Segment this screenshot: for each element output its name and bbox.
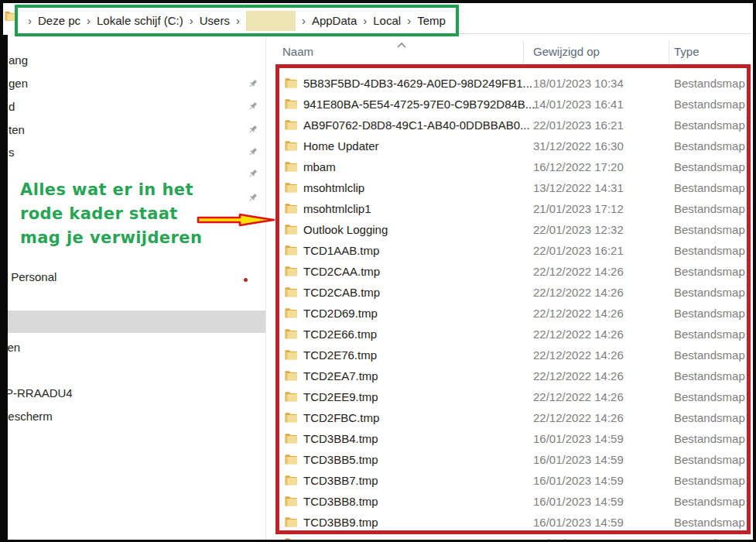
folder-icon xyxy=(285,161,297,172)
breadcrumb-item[interactable]: AppData xyxy=(312,14,357,27)
folder-icon xyxy=(285,182,297,193)
file-type: Bestandsmap xyxy=(674,307,745,320)
file-row[interactable]: Outlook Logging22/01/2023 12:32Bestandsm… xyxy=(266,219,753,240)
file-name: 941E80BA-5E54-4725-97E0-C9B792D84B... xyxy=(303,98,535,111)
folder-icon xyxy=(285,203,297,214)
folder-icon xyxy=(285,475,297,485)
file-name: 5B83F5BD-4DB3-4629-A0ED-98D249FB1... xyxy=(303,77,532,90)
column-header-type[interactable]: Type xyxy=(674,45,700,58)
column-header-gewijzigd-op[interactable]: Gewijzigd op xyxy=(533,45,600,58)
file-row[interactable]: TCD3BB8.tmp16/01/2023 14:59Bestandsmap xyxy=(266,491,753,512)
green-highlight-box: ›Deze pc›Lokale schijf (C:)›Users››AppDa… xyxy=(15,5,459,36)
sidebar-item-fragment[interactable]: d xyxy=(9,100,15,114)
sidebar-item-fragment[interactable]: ang xyxy=(9,53,28,67)
pin-icon xyxy=(247,168,258,180)
file-row[interactable]: TCD3BB5.tmp16/01/2023 14:59Bestandsmap xyxy=(266,449,753,470)
file-row[interactable]: 941E80BA-5E54-4725-97E0-C9B792D84B...14/… xyxy=(266,94,753,115)
file-type: Bestandsmap xyxy=(674,98,745,111)
file-row[interactable]: TCD2EE9.tmp22/12/2022 14:26Bestandsmap xyxy=(266,386,753,407)
annotation-arrow-icon xyxy=(197,211,277,228)
file-date-modified: 21/01/2023 17:12 xyxy=(533,202,624,215)
file-date-modified: 18/01/2023 10:34 xyxy=(533,77,624,90)
file-date-modified: 16/12/2022 17:20 xyxy=(533,160,624,173)
screenshot-border xyxy=(753,0,756,542)
breadcrumb-item[interactable]: Temp xyxy=(417,14,446,27)
file-date-modified: 16/01/2023 14:59 xyxy=(533,495,624,508)
pin-icon xyxy=(247,124,258,136)
breadcrumb-chevron-icon[interactable]: › xyxy=(28,14,32,27)
file-row[interactable]: TCD2D69.tmp22/12/2022 14:26Bestandsmap xyxy=(266,303,753,324)
file-name: TCD2FBC.tmp xyxy=(303,411,379,424)
file-name: msohtmlclip1 xyxy=(303,202,371,215)
file-row[interactable]: TCD2E66.tmp22/12/2022 14:26Bestandsmap xyxy=(266,324,753,345)
file-name: Home Updater xyxy=(303,139,379,153)
file-type: Bestandsmap xyxy=(674,453,745,466)
file-row[interactable]: TCD2E76.tmp22/12/2022 14:26Bestandsmap xyxy=(266,345,753,365)
file-row[interactable]: Home Updater31/12/2022 16:30Bestandsmap xyxy=(266,136,753,156)
file-row[interactable]: mbam16/12/2022 17:20Bestandsmap xyxy=(266,156,753,177)
file-row[interactable]: AB9F0762-D8D8-49C1-AB40-0DDBBAB0...22/01… xyxy=(266,115,753,136)
file-name: TCD2CAA.tmp xyxy=(303,265,380,278)
sidebar-item-fragment[interactable]: ten xyxy=(9,123,25,137)
folder-icon xyxy=(285,454,297,465)
file-type: Bestandsmap xyxy=(674,432,745,445)
file-date-modified: 16/01/2023 14:59 xyxy=(533,474,624,487)
column-divider[interactable] xyxy=(523,40,524,63)
column-divider[interactable] xyxy=(669,40,669,63)
folder-icon xyxy=(285,77,297,88)
file-date-modified: 22/12/2022 14:26 xyxy=(533,286,624,299)
file-type: Bestandsmap xyxy=(674,244,745,257)
breadcrumb-chevron-icon[interactable]: › xyxy=(190,14,193,27)
sidebar-item-fragment[interactable]: P-RRAADU4 xyxy=(5,386,73,400)
file-date-modified: 22/12/2022 14:26 xyxy=(533,328,624,341)
file-date-modified: 22/12/2022 14:26 xyxy=(533,265,624,278)
pin-icon xyxy=(247,192,258,204)
file-row[interactable]: TCD3BB7.tmp16/01/2023 14:59Bestandsmap xyxy=(266,470,753,491)
file-row[interactable]: TCD2CAA.tmp22/12/2022 14:26Bestandsmap xyxy=(266,261,753,282)
sidebar-item-fragment[interactable]: iescherm xyxy=(5,410,53,424)
file-type: Bestandsmap xyxy=(674,348,745,362)
breadcrumb-chevron-icon[interactable]: › xyxy=(363,14,367,27)
breadcrumb-chevron-icon[interactable]: › xyxy=(302,14,306,27)
file-row[interactable]: TCD3BBA.tmp16/01/2023 14:59Bestandsmap xyxy=(266,533,753,540)
file-type: Bestandsmap xyxy=(674,181,745,194)
breadcrumb-item[interactable]: Lokale schijf (C:) xyxy=(97,14,183,27)
file-row[interactable]: TCD2FBC.tmp22/12/2022 14:26Bestandsmap xyxy=(266,407,753,428)
sidebar-selected-item[interactable] xyxy=(8,310,265,333)
file-name: TCD3BB7.tmp xyxy=(303,474,378,487)
annotation-line: rode kader staat xyxy=(20,202,202,226)
file-name: Outlook Logging xyxy=(303,223,388,236)
file-row[interactable]: TCD3BB9.tmp16/01/2023 14:59Bestandsmap xyxy=(266,512,753,533)
annotation-line: mag je verwijderen xyxy=(20,226,202,250)
file-type: Bestandsmap xyxy=(674,77,745,90)
file-row[interactable]: msohtmlclip13/12/2022 14:31Bestandsmap xyxy=(266,177,753,198)
file-type: Bestandsmap xyxy=(674,369,745,382)
file-date-modified: 22/12/2022 14:26 xyxy=(533,390,624,403)
file-row[interactable]: msohtmlclip121/01/2023 17:12Bestandsmap xyxy=(266,198,753,219)
breadcrumb-chevron-icon[interactable]: › xyxy=(407,14,411,27)
column-header-naam[interactable]: Naam xyxy=(282,45,313,58)
file-row[interactable]: 5B83F5BD-4DB3-4629-A0ED-98D249FB1...18/0… xyxy=(266,73,753,94)
file-row[interactable]: TCD2EA7.tmp22/12/2022 14:26Bestandsmap xyxy=(266,365,753,386)
breadcrumb-chevron-icon[interactable]: › xyxy=(87,14,91,27)
sidebar-item-fragment[interactable]: - Personal xyxy=(4,270,56,284)
sidebar-item-fragment[interactable]: s xyxy=(9,146,15,160)
file-row[interactable]: TCD1AAB.tmp22/01/2023 16:21Bestandsmap xyxy=(266,240,753,261)
sidebar-item-fragment[interactable]: gen xyxy=(9,77,28,91)
file-date-modified: 13/12/2022 14:31 xyxy=(533,181,624,194)
breadcrumb-item[interactable]: Local xyxy=(373,14,401,27)
file-date-modified: 16/01/2023 14:59 xyxy=(533,432,624,445)
file-date-modified: 22/12/2022 14:26 xyxy=(533,411,624,424)
folder-icon xyxy=(285,328,297,339)
file-name: TCD2CAB.tmp xyxy=(303,286,380,299)
breadcrumb-item[interactable]: Users xyxy=(200,14,230,27)
folder-icon xyxy=(285,266,297,276)
sort-ascending-icon[interactable] xyxy=(396,38,407,52)
file-type: Bestandsmap xyxy=(674,223,745,236)
file-row[interactable]: TCD3BB4.tmp16/01/2023 14:59Bestandsmap xyxy=(266,428,753,449)
folder-icon xyxy=(285,516,297,527)
file-row[interactable]: TCD2CAB.tmp22/12/2022 14:26Bestandsmap xyxy=(266,282,753,303)
breadcrumb-item[interactable]: Deze pc xyxy=(38,14,80,27)
breadcrumb-chevron-icon[interactable]: › xyxy=(236,14,240,27)
file-list: 5B83F5BD-4DB3-4629-A0ED-98D249FB1...18/0… xyxy=(266,64,753,540)
